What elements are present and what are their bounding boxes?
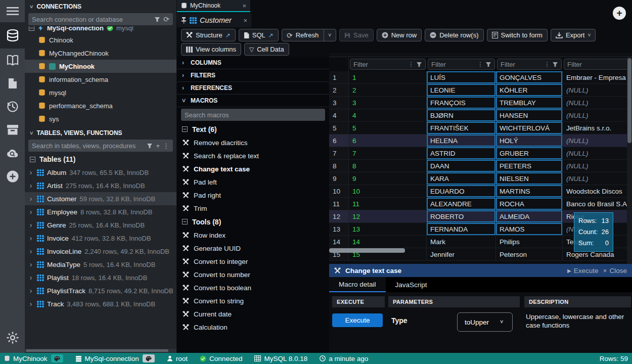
macro-item[interactable]: Pad right bbox=[177, 189, 329, 202]
table-row[interactable]: 99KARANIELSEN(NULL) bbox=[329, 172, 632, 185]
filter-input-last-name[interactable] bbox=[501, 61, 542, 68]
tab-macro-detail[interactable]: Macro detail bbox=[329, 277, 386, 292]
cell-data-button[interactable]: ▽ Cell Data bbox=[244, 43, 289, 56]
macro-item[interactable]: Convert to number bbox=[177, 268, 329, 281]
database-item[interactable]: information_schema bbox=[25, 73, 176, 86]
grid-vscrollbar[interactable] bbox=[627, 57, 632, 264]
sql-button[interactable]: SQL ↗ bbox=[239, 29, 279, 41]
chevron-right-icon[interactable]: › bbox=[28, 208, 34, 216]
macro-item[interactable]: Current date bbox=[177, 307, 329, 321]
table-item[interactable]: ›Genre25 rows, 16.4 KB, InnoDB bbox=[25, 218, 176, 232]
filter-input-company[interactable] bbox=[567, 61, 625, 68]
database-item[interactable]: MyChangedChinook bbox=[25, 47, 176, 60]
accordion-section-macros[interactable]: ˅MACROS bbox=[177, 95, 329, 107]
table-row[interactable]: 1010EDUARDOMARTINSWoodstock Discos bbox=[329, 185, 632, 198]
tab-javascript[interactable]: JavaScript bbox=[386, 277, 437, 292]
switch-to-form-button[interactable]: Switch to form bbox=[487, 29, 548, 41]
chevron-right-icon[interactable]: › bbox=[28, 181, 34, 190]
filter-funnel-icon[interactable] bbox=[485, 62, 491, 67]
archive-icon[interactable] bbox=[0, 118, 25, 142]
delete-rows-button[interactable]: Delete row(s) bbox=[425, 29, 483, 41]
chevron-right-icon[interactable]: › bbox=[28, 247, 34, 255]
macro-item[interactable]: Generate UUID bbox=[177, 242, 329, 255]
tables-header[interactable]: ˅ TABLES, VIEWS, FUNCTIONS bbox=[25, 126, 176, 139]
collapse-box-icon[interactable] bbox=[29, 26, 34, 31]
close-icon[interactable]: × bbox=[243, 17, 247, 24]
macro-item[interactable]: Remove diacritics bbox=[177, 136, 329, 149]
chevron-right-icon[interactable]: › bbox=[28, 221, 34, 229]
filter-funnel-icon[interactable] bbox=[552, 62, 558, 67]
grid-hscrollbar[interactable] bbox=[329, 248, 405, 253]
chevron-right-icon[interactable]: › bbox=[28, 234, 34, 242]
macro-item[interactable]: Convert to integer bbox=[177, 255, 329, 268]
macro-item[interactable]: Row index bbox=[177, 229, 329, 242]
macro-group-header[interactable]: Text (6) bbox=[177, 122, 329, 136]
left-panel-hscrollbar[interactable] bbox=[25, 349, 176, 352]
history-icon[interactable] bbox=[0, 95, 25, 118]
table-item[interactable]: ›Artist275 rows, 16.4 KB, InnoDB bbox=[25, 179, 176, 192]
add-icon[interactable]: + bbox=[156, 142, 160, 150]
database-color-chip[interactable] bbox=[51, 354, 63, 362]
table-row[interactable]: 22LEONIEKÖHLER(NULL) bbox=[329, 84, 632, 97]
macro-item[interactable]: Convert to boolean bbox=[177, 281, 329, 294]
refresh-icon[interactable]: ⟳ bbox=[163, 15, 169, 23]
table-item[interactable]: ›InvoiceLine2,240 rows, 49.2 KB, InnoDB bbox=[25, 245, 176, 258]
filter-input-first-name[interactable] bbox=[431, 61, 475, 68]
table-item[interactable]: ›Customer59 rows, 32.8 KB, InnoDB bbox=[25, 192, 176, 205]
chevron-right-icon[interactable]: › bbox=[28, 260, 34, 268]
pin-icon[interactable] bbox=[181, 17, 187, 24]
chevron-right-icon[interactable]: › bbox=[28, 287, 34, 295]
filter-funnel-icon[interactable] bbox=[154, 17, 160, 22]
database-item[interactable]: performance_schema bbox=[25, 99, 176, 112]
execute-button[interactable]: Execute bbox=[332, 313, 383, 327]
export-button[interactable]: Export ˅ bbox=[551, 29, 596, 41]
add-circle-icon[interactable] bbox=[0, 165, 25, 188]
chevron-down-icon[interactable]: ˅ bbox=[328, 32, 331, 38]
kebab-menu-icon[interactable]: ⋮ bbox=[544, 61, 550, 68]
tab-mychinook[interactable]: MyChinook × bbox=[177, 0, 250, 12]
status-database[interactable]: MyChinook bbox=[4, 355, 48, 362]
database-item[interactable]: sys bbox=[25, 112, 176, 125]
kebab-menu-icon[interactable]: ⋮ bbox=[163, 142, 169, 150]
tables-group[interactable]: Tables (11) bbox=[25, 153, 176, 166]
kebab-menu-icon[interactable]: ⋮ bbox=[408, 61, 414, 68]
table-item[interactable]: ›Track3,483 rows, 688.1 KB, InnoDB bbox=[25, 297, 176, 310]
macro-item[interactable]: Convert to string bbox=[177, 294, 329, 307]
filter-funnel-icon[interactable] bbox=[147, 143, 153, 149]
view-columns-button[interactable]: View columns bbox=[181, 43, 241, 56]
database-item[interactable]: MyChinook bbox=[25, 60, 176, 73]
file-icon[interactable] bbox=[0, 72, 25, 95]
connection-search-input[interactable] bbox=[32, 16, 151, 23]
chevron-right-icon[interactable]: › bbox=[28, 300, 34, 308]
table-row[interactable]: 88DAANPEETERS(NULL) bbox=[329, 160, 632, 172]
table-row[interactable]: 66HELENAHOLÝ(NULL) bbox=[329, 134, 632, 147]
collapse-box-icon[interactable] bbox=[30, 157, 35, 162]
connection-color-chip[interactable] bbox=[143, 354, 155, 362]
chevron-right-icon[interactable]: › bbox=[28, 195, 34, 203]
macro-group-header[interactable]: Tools (8) bbox=[177, 215, 329, 229]
accordion-section-filters[interactable]: ›FILTERS bbox=[177, 69, 329, 82]
table-item[interactable]: ›Invoice412 rows, 32.8 KB, InnoDB bbox=[25, 232, 176, 245]
table-search-input[interactable] bbox=[32, 142, 144, 150]
connections-header[interactable]: ˅ CONNECTIONS bbox=[25, 0, 176, 13]
structure-button[interactable]: Structure ↗ bbox=[181, 29, 236, 41]
refresh-button[interactable]: ⟳ Refresh ˅ bbox=[282, 29, 336, 41]
table-row[interactable]: 55FRANTIŠEKWICHTERLOVÁJetBrains s.r.o. bbox=[329, 122, 632, 134]
accordion-section-columns[interactable]: ›COLUMNS bbox=[177, 57, 329, 69]
save-button[interactable]: Save bbox=[339, 29, 374, 41]
database-item[interactable]: mysql bbox=[25, 86, 176, 99]
execute-link[interactable]: ▶ Execute bbox=[567, 267, 598, 275]
book-icon[interactable] bbox=[0, 49, 25, 72]
table-item[interactable]: ›Album347 rows, 65.5 KB, InnoDB bbox=[25, 166, 176, 179]
tab-customer[interactable]: Customer × bbox=[177, 13, 251, 27]
database-item[interactable]: Chinook bbox=[25, 33, 176, 47]
macro-item[interactable]: Calculation bbox=[177, 321, 329, 334]
menu-icon[interactable] bbox=[0, 0, 25, 22]
collapse-box-icon[interactable] bbox=[182, 219, 188, 224]
table-row[interactable]: 77ASTRIDGRUBER(NULL) bbox=[329, 147, 632, 160]
close-icon[interactable]: × bbox=[242, 2, 246, 10]
accordion-section-references[interactable]: ›REFERENCES bbox=[177, 82, 329, 95]
collapse-box-icon[interactable] bbox=[182, 126, 188, 132]
settings-gear-icon[interactable] bbox=[0, 323, 25, 353]
connection-item[interactable]: MySql-connection mysql bbox=[25, 26, 176, 33]
